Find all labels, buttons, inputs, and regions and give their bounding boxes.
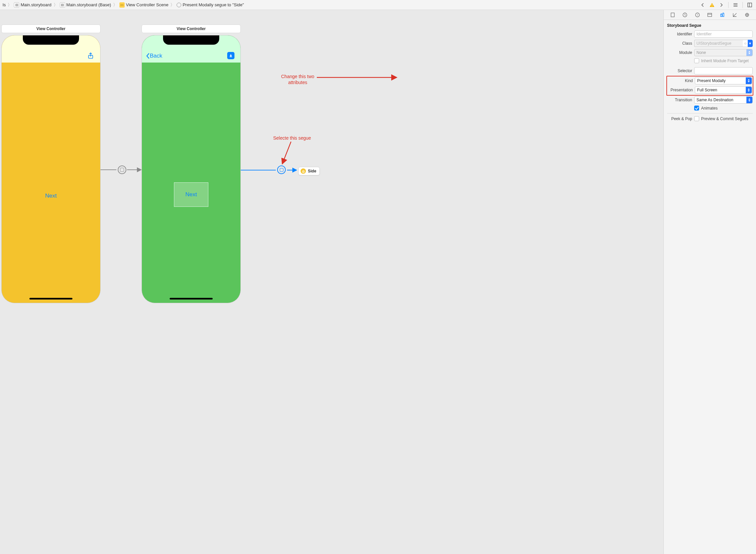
vc1-title-bar[interactable]: View Controller	[1, 24, 101, 33]
view-controller-1[interactable]: View Controller Next	[1, 24, 101, 303]
animates-checkbox[interactable]	[694, 106, 699, 111]
scene-reference-label: Side	[308, 169, 316, 173]
label-kind: Kind	[668, 78, 693, 83]
label-module: Module	[667, 50, 692, 55]
label-selector: Selector	[667, 68, 692, 73]
vc1-device-frame: Next	[1, 35, 101, 303]
breadcrumb-separator: 〉	[53, 2, 59, 8]
toolbar-separator	[728, 2, 729, 8]
svg-rect-11	[671, 13, 674, 17]
annotation-arrow-1	[280, 142, 293, 166]
stepper-icon	[746, 49, 752, 56]
transition-value: Same As Destination	[696, 98, 733, 102]
row-selector: Selector	[667, 67, 753, 74]
attributes-inspector-tab[interactable]	[718, 11, 726, 18]
inspector-tab-bar: ?	[664, 10, 756, 20]
label-presentation: Presentation	[668, 88, 693, 92]
label-transition: Transition	[667, 98, 692, 102]
main-split: View Controller Next View Controller	[0, 10, 756, 554]
inherit-label: Inherit Module From Target	[701, 59, 749, 63]
module-dropdown[interactable]: None	[694, 49, 753, 56]
history-back-button[interactable]	[698, 1, 707, 9]
file-inspector-tab[interactable]	[669, 11, 676, 18]
device-notch	[23, 36, 79, 45]
svg-line-9	[282, 142, 291, 164]
inherit-checkbox[interactable]	[694, 58, 699, 63]
back-button[interactable]: Back	[146, 53, 163, 59]
help-inspector-tab[interactable]: ?	[694, 11, 701, 18]
vc2-container-view[interactable]: Next	[174, 182, 208, 207]
stepper-icon	[746, 87, 752, 93]
inspector-section-title: Storyboard Segue	[667, 22, 753, 31]
history-inspector-tab[interactable]	[681, 11, 689, 18]
annotation-arrow-2	[317, 75, 337, 80]
preview-checkbox-row[interactable]: Preview & Commit Segues	[694, 116, 753, 121]
identifier-field[interactable]	[694, 31, 753, 38]
vc2-next-button[interactable]: Next	[186, 191, 197, 198]
device-notch	[163, 36, 219, 45]
crumb-scene-label: View Controller Scene	[126, 2, 168, 7]
svg-rect-2	[748, 3, 752, 7]
inherit-checkbox-row[interactable]: Inherit Module From Target	[694, 58, 753, 63]
vc2-device-frame: Back Next	[141, 35, 241, 303]
kind-dropdown[interactable]: Present Modally	[695, 77, 752, 85]
row-presentation: Presentation Full Screen	[668, 87, 752, 94]
home-indicator	[29, 298, 72, 299]
storyboard-canvas[interactable]: View Controller Next View Controller	[0, 10, 664, 554]
crumb-scene[interactable]: ▭ View Controller Scene	[119, 2, 169, 8]
stepper-icon	[746, 77, 752, 84]
segue-node-embed[interactable]	[118, 165, 126, 174]
preview-checkbox[interactable]	[694, 116, 699, 121]
row-class: Class ○ ▾	[667, 40, 753, 47]
annotation-select-segue: Selecte this segue	[273, 135, 311, 141]
view-controller-2[interactable]: View Controller Back Next	[141, 24, 241, 303]
segue-node-selected[interactable]	[277, 165, 286, 174]
clear-class-icon[interactable]: ○	[743, 40, 748, 47]
crumb-file-label: Main.storyboard	[20, 2, 51, 7]
crumb-file[interactable]: ▤ Main.storyboard	[13, 2, 52, 8]
crumb-root[interactable]: ls	[2, 2, 6, 7]
label-class: Class	[667, 41, 692, 46]
row-kind: Kind Present Modally	[668, 77, 752, 85]
vc2-title: View Controller	[177, 26, 206, 31]
scene-reference-side[interactable]: ◎ Side	[298, 167, 320, 175]
annotation-highlight-box: Kind Present Modally Presentation Full S…	[667, 76, 753, 96]
svg-rect-1	[712, 6, 712, 7]
download-icon[interactable]	[227, 52, 235, 59]
presentation-value: Full Screen	[697, 88, 717, 92]
segue-arrow-2	[241, 167, 297, 176]
row-inherit: Inherit Module From Target	[667, 58, 753, 63]
breadcrumb-separator: 〉	[170, 2, 175, 8]
share-icon[interactable]	[87, 52, 94, 61]
vc1-next-button[interactable]: Next	[45, 192, 57, 199]
size-inspector-tab[interactable]	[731, 11, 739, 18]
module-value: None	[696, 50, 706, 55]
vc2-title-bar[interactable]: View Controller	[141, 24, 241, 33]
presentation-dropdown[interactable]: Full Screen	[695, 87, 752, 94]
class-dropdown-icon[interactable]: ▾	[748, 40, 753, 47]
home-indicator	[170, 298, 213, 299]
row-peekpop: Peek & Pop Preview & Commit Segues	[667, 116, 753, 121]
preview-label: Preview & Commit Segues	[701, 116, 748, 121]
identity-inspector-tab[interactable]	[706, 11, 713, 18]
crumb-segue[interactable]: Present Modally segue to "Side"	[176, 2, 245, 7]
animates-checkbox-row[interactable]: Animates	[694, 106, 753, 111]
row-animates: Animates	[667, 106, 753, 111]
label-peekpop: Peek & Pop	[667, 116, 692, 121]
row-identifier: Identifier	[667, 31, 753, 38]
class-field[interactable]: ○ ▾	[694, 40, 753, 47]
toolbar-separator	[743, 2, 743, 8]
class-text[interactable]	[694, 40, 743, 47]
history-forward-button[interactable]	[717, 1, 726, 9]
adjust-editor-button[interactable]	[745, 1, 754, 9]
warnings-button[interactable]	[708, 1, 716, 9]
animates-label: Animates	[701, 106, 718, 111]
transition-dropdown[interactable]: Same As Destination	[694, 96, 753, 104]
connections-inspector-tab[interactable]	[743, 11, 751, 18]
outline-toggle-button[interactable]	[731, 1, 740, 9]
crumb-base[interactable]: ▤ Main.storyboard (Base)	[59, 2, 112, 8]
crumb-root-label: ls	[3, 2, 6, 7]
breadcrumb-bar: ls 〉 ▤ Main.storyboard 〉 ▤ Main.storyboa…	[0, 0, 756, 10]
breadcrumb-separator: 〉	[113, 2, 118, 8]
selector-field[interactable]	[694, 67, 753, 74]
